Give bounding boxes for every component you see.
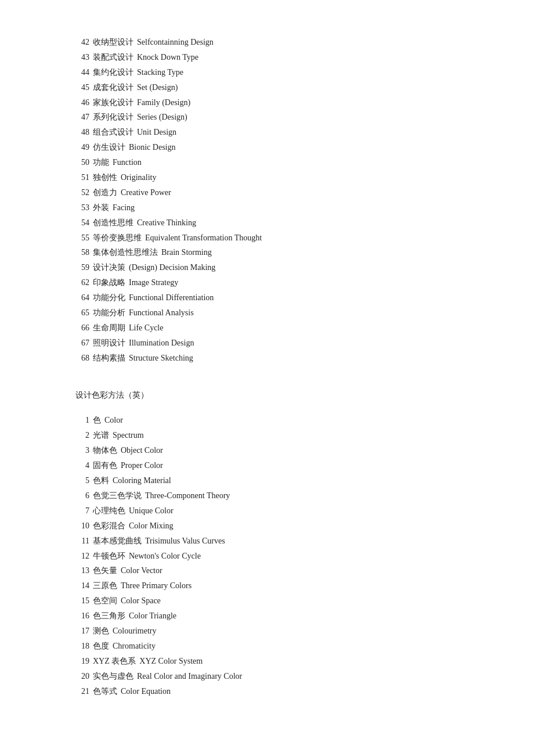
item-en: Color Vector <box>121 563 163 578</box>
list-item: 13色矢量Color Vector <box>75 563 459 578</box>
list-item: 45成套化设计Set (Design) <box>75 80 459 95</box>
list-item: 3物体色Object Color <box>75 443 459 458</box>
item-zh: 色矢量 <box>93 563 117 578</box>
item-number: 51 <box>75 170 89 185</box>
item-en: Unique Color <box>129 503 174 519</box>
item-zh: 色等式 <box>93 684 117 699</box>
color-section-title: 设计色彩方法（英） <box>75 388 459 403</box>
list-item: 44集约化设计Stacking Type <box>75 65 459 80</box>
item-en: Color <box>104 413 123 428</box>
list-item: 21色等式Color Equation <box>75 684 459 699</box>
item-en: Selfcontainning Design <box>137 35 214 50</box>
list-item: 64功能分化Functional Differentiation <box>75 290 459 305</box>
item-number: 68 <box>75 351 89 366</box>
item-number: 19 <box>75 654 89 669</box>
item-number: 16 <box>75 609 89 624</box>
item-zh: 独创性 <box>93 170 117 185</box>
item-number: 64 <box>75 290 89 305</box>
item-number: 13 <box>75 563 89 578</box>
item-number: 44 <box>75 65 89 80</box>
item-number: 65 <box>75 305 89 321</box>
item-number: 52 <box>75 185 89 200</box>
item-number: 18 <box>75 639 89 654</box>
list-item: 65功能分析Functional Analysis <box>75 305 459 321</box>
list-item: 7心理纯色Unique Color <box>75 503 459 519</box>
item-zh: 光谱 <box>93 428 109 443</box>
list-item: 62印象战略Image Strategy <box>75 275 459 290</box>
list-item: 10色彩混合Color Mixing <box>75 519 459 534</box>
item-number: 67 <box>75 336 89 351</box>
item-en: Stacking Type <box>137 65 183 80</box>
item-zh: 功能分析 <box>93 305 125 321</box>
item-en: Coloring Material <box>113 473 171 488</box>
item-number: 14 <box>75 578 89 593</box>
item-zh: 创造力 <box>93 185 117 200</box>
item-number: 47 <box>75 110 89 125</box>
item-zh: 实色与虚色 <box>93 669 134 684</box>
item-number: 46 <box>75 95 89 110</box>
item-zh: 照明设计 <box>93 336 125 351</box>
item-number: 55 <box>75 231 89 246</box>
item-number: 49 <box>75 140 89 155</box>
item-number: 43 <box>75 50 89 65</box>
item-en: Knock Down Type <box>137 50 199 65</box>
item-number: 54 <box>75 215 89 231</box>
list-item: 54创造性思维Creative Thinking <box>75 215 459 231</box>
list-item: 47系列化设计Series (Design) <box>75 110 459 125</box>
item-zh: 仿生设计 <box>93 140 125 155</box>
list-item: 52创造力Creative Power <box>75 185 459 200</box>
item-en: (Design) Decision Making <box>129 260 215 275</box>
item-number: 48 <box>75 125 89 140</box>
item-number: 17 <box>75 624 89 639</box>
list-item: 11基本感觉曲线Trisimulus Valus Curves <box>75 534 459 549</box>
list-item: 2光谱Spectrum <box>75 428 459 443</box>
item-zh: 家族化设计 <box>93 95 134 110</box>
item-number: 42 <box>75 35 89 50</box>
item-zh: 集体创造性思维法 <box>93 245 158 260</box>
item-zh: 收纳型设计 <box>93 35 134 50</box>
item-zh: 功能 <box>93 155 109 170</box>
item-en: Family (Design) <box>137 95 190 110</box>
item-zh: 色彩混合 <box>93 519 125 534</box>
list-item: 55等价变换思维Equivalent Transformation Though… <box>75 231 459 246</box>
item-en: Proper Color <box>121 458 163 473</box>
item-en: Structure Sketching <box>129 351 193 366</box>
item-zh: 装配式设计 <box>93 50 134 65</box>
item-zh: 功能分化 <box>93 290 125 305</box>
item-en: Spectrum <box>113 428 144 443</box>
item-zh: 色三角形 <box>93 609 125 624</box>
list-item: 50功能Function <box>75 155 459 170</box>
item-number: 7 <box>75 503 89 519</box>
item-en: Bionic Design <box>129 140 176 155</box>
item-en: Facing <box>113 200 135 215</box>
item-number: 2 <box>75 428 89 443</box>
list-item: 43装配式设计Knock Down Type <box>75 50 459 65</box>
list-item: 19XYZ 表色系XYZ Color System <box>75 654 459 669</box>
list-item: 20实色与虚色Real Color and Imaginary Color <box>75 669 459 684</box>
list-item: 14三原色Three Primary Colors <box>75 578 459 593</box>
list-item: 48组合式设计Unit Design <box>75 125 459 140</box>
item-en: XYZ Color System <box>139 654 203 669</box>
item-en: Three-Component Theory <box>145 488 230 503</box>
list-item: 12牛顿色环Newton's Color Cycle <box>75 549 459 564</box>
item-en: Unit Design <box>137 125 176 140</box>
list-item: 59设计决策(Design) Decision Making <box>75 260 459 275</box>
item-number: 12 <box>75 549 89 564</box>
item-en: Newton's Color Cycle <box>129 549 201 564</box>
item-zh: 等价变换思维 <box>93 231 142 246</box>
item-number: 45 <box>75 80 89 95</box>
item-en: Life Cycle <box>129 321 163 336</box>
item-zh: 成套化设计 <box>93 80 134 95</box>
item-number: 4 <box>75 458 89 473</box>
item-number: 11 <box>75 534 89 549</box>
item-zh: XYZ 表色系 <box>93 654 136 669</box>
item-zh: 基本感觉曲线 <box>93 534 142 549</box>
item-en: Color Mixing <box>129 519 174 534</box>
list-item: 1色Color <box>75 413 459 428</box>
item-en: Function <box>113 155 142 170</box>
item-zh: 组合式设计 <box>93 125 134 140</box>
item-number: 50 <box>75 155 89 170</box>
item-en: Color Triangle <box>129 609 176 624</box>
list-item: 15色空间Color Space <box>75 593 459 609</box>
item-zh: 色料 <box>93 473 109 488</box>
